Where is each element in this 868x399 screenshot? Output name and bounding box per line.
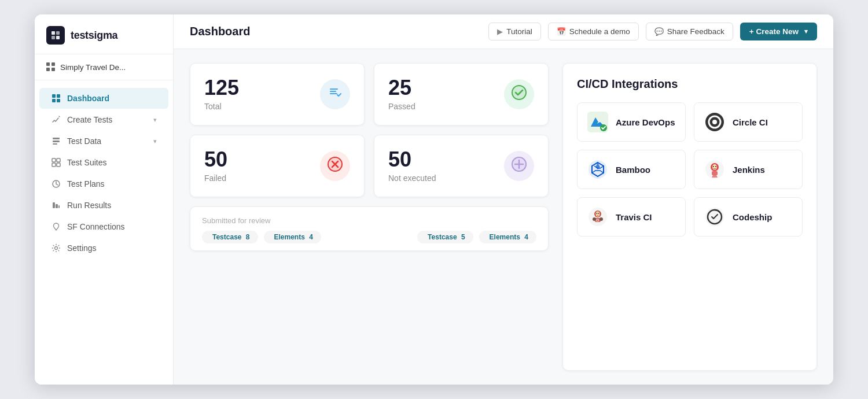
sf-connections-icon xyxy=(51,221,61,232)
codeship-label: Codeship xyxy=(733,212,772,222)
sidebar-item-settings[interactable]: Settings xyxy=(39,238,168,258)
svg-rect-5 xyxy=(57,94,60,98)
header-actions: ▶ Tutorial 📅 Schedule a demo 💬 Share Fee… xyxy=(488,23,817,40)
failed-icon-wrap xyxy=(320,151,350,181)
circle-ci-icon xyxy=(704,111,726,133)
jenkins-icon xyxy=(704,158,726,180)
workspace-dots-icon xyxy=(46,62,56,72)
sidebar-sf-connections-label: SF Connections xyxy=(67,222,125,231)
bamboo-label: Bamboo xyxy=(616,165,650,175)
check-circle-icon xyxy=(510,84,528,105)
create-tests-icon xyxy=(51,114,61,125)
svg-point-37 xyxy=(715,166,716,167)
svg-rect-10 xyxy=(53,143,57,145)
workspace-selector[interactable]: Simply Travel De... xyxy=(35,54,173,80)
travis-icon: CI xyxy=(587,206,609,228)
cicd-card-travis-ci[interactable]: CI Travis CI xyxy=(577,197,686,237)
sidebar-item-run-results[interactable]: Run Results xyxy=(39,195,168,216)
svg-rect-3 xyxy=(56,36,60,39)
sidebar-item-test-data[interactable]: Test Data ▾ xyxy=(39,131,168,152)
dashboard-content: 125 Total xyxy=(174,49,833,385)
cicd-card-azure-devops[interactable]: Azure DevOps xyxy=(577,102,686,142)
main-content: Dashboard ▶ Tutorial 📅 Schedule a demo 💬… xyxy=(174,14,833,385)
cicd-panel: CI/CD Integrations Azure DevOps xyxy=(562,63,817,371)
chevron-down-icon: ▾ xyxy=(153,138,157,145)
svg-point-19 xyxy=(55,247,58,250)
sidebar-run-results-label: Run Results xyxy=(67,201,111,210)
not-executed-label: Not executed xyxy=(388,173,436,183)
cicd-card-circle-ci[interactable]: Circle CI xyxy=(694,102,803,142)
total-icon-wrap xyxy=(320,79,350,109)
app-logo-text: testsigma xyxy=(71,29,117,42)
svg-rect-14 xyxy=(57,163,60,167)
sidebar-logo: testsigma xyxy=(35,14,173,54)
svg-rect-12 xyxy=(57,158,60,162)
sidebar: testsigma Simply Travel De... Dashb xyxy=(35,14,174,385)
sidebar-nav: Dashboard Create Tests ▾ xyxy=(35,80,173,385)
passed-stat-info: 25 Passed xyxy=(388,77,415,111)
not-executed-stat-card: 50 Not executed xyxy=(374,135,549,197)
svg-point-42 xyxy=(597,213,598,214)
circle-ci-label: Circle CI xyxy=(733,117,768,127)
app-logo-icon xyxy=(46,26,65,45)
svg-point-46 xyxy=(599,217,603,221)
schedule-demo-button[interactable]: 📅 Schedule a demo xyxy=(548,23,639,40)
test-suites-icon xyxy=(51,157,61,168)
passed-icon-wrap xyxy=(504,79,534,109)
svg-rect-8 xyxy=(53,138,60,139)
azure-devops-label: Azure DevOps xyxy=(616,117,675,127)
cicd-grid: Azure DevOps Circle CI xyxy=(577,102,803,237)
svg-point-31 xyxy=(712,120,717,124)
svg-rect-2 xyxy=(52,36,55,39)
workspace-name: Simply Travel De... xyxy=(60,63,126,72)
settings-icon xyxy=(51,243,61,253)
stats-grid: 125 Total xyxy=(190,63,549,197)
svg-point-36 xyxy=(713,166,714,167)
sidebar-item-test-plans[interactable]: Test Plans xyxy=(39,173,168,194)
review-title: Submitted for review xyxy=(202,216,536,225)
failed-label: Failed xyxy=(204,173,227,183)
cicd-card-codeship[interactable]: Codeship xyxy=(694,197,803,237)
sidebar-test-plans-label: Test Plans xyxy=(67,179,105,189)
sidebar-item-create-tests[interactable]: Create Tests ▾ xyxy=(39,109,168,130)
sidebar-item-sf-connections[interactable]: SF Connections xyxy=(39,216,168,237)
cicd-card-jenkins[interactable]: Jenkins xyxy=(694,150,803,189)
tutorial-icon: ▶ xyxy=(497,27,503,36)
chevron-down-icon: ▾ xyxy=(804,28,808,35)
test-data-icon xyxy=(51,136,61,146)
svg-rect-6 xyxy=(52,99,56,102)
not-executed-number: 50 xyxy=(388,149,436,170)
not-executed-icon-wrap xyxy=(504,151,534,181)
create-new-button[interactable]: + Create New ▾ xyxy=(740,23,817,40)
sidebar-item-dashboard[interactable]: Dashboard xyxy=(39,88,168,109)
svg-rect-38 xyxy=(712,171,718,175)
cicd-title: CI/CD Integrations xyxy=(577,77,803,91)
jenkins-label: Jenkins xyxy=(733,165,765,175)
cicd-card-bamboo[interactable]: Bamboo xyxy=(577,150,686,189)
header: Dashboard ▶ Tutorial 📅 Schedule a demo 💬… xyxy=(174,14,833,49)
svg-point-43 xyxy=(598,213,599,214)
sidebar-item-test-suites[interactable]: Test Suites xyxy=(39,152,168,173)
svg-rect-13 xyxy=(52,163,56,167)
tutorial-button[interactable]: ▶ Tutorial xyxy=(488,23,541,40)
bamboo-icon xyxy=(587,158,609,180)
sidebar-create-tests-label: Create Tests xyxy=(67,115,112,124)
edit-list-icon xyxy=(328,85,343,104)
svg-rect-7 xyxy=(57,99,60,102)
review-testcase-pill: Testcase 8 xyxy=(202,231,258,243)
total-number: 125 xyxy=(204,77,239,98)
svg-rect-9 xyxy=(53,141,60,142)
page-title: Dashboard xyxy=(190,25,479,38)
calendar-icon: 📅 xyxy=(557,27,566,36)
share-feedback-button[interactable]: 💬 Share Feedback xyxy=(646,23,733,40)
ban-circle-icon xyxy=(510,156,528,176)
review-elements-pill: Elements 4 xyxy=(264,231,321,243)
total-stat-info: 125 Total xyxy=(204,77,239,111)
svg-rect-18 xyxy=(58,205,60,208)
run-results-icon xyxy=(51,200,61,210)
svg-rect-4 xyxy=(52,94,56,98)
review-testcase2-pill: Testcase 5 xyxy=(417,231,473,243)
sidebar-dashboard-label: Dashboard xyxy=(67,94,109,103)
passed-stat-card: 25 Passed xyxy=(374,63,549,125)
svg-rect-1 xyxy=(56,31,60,35)
